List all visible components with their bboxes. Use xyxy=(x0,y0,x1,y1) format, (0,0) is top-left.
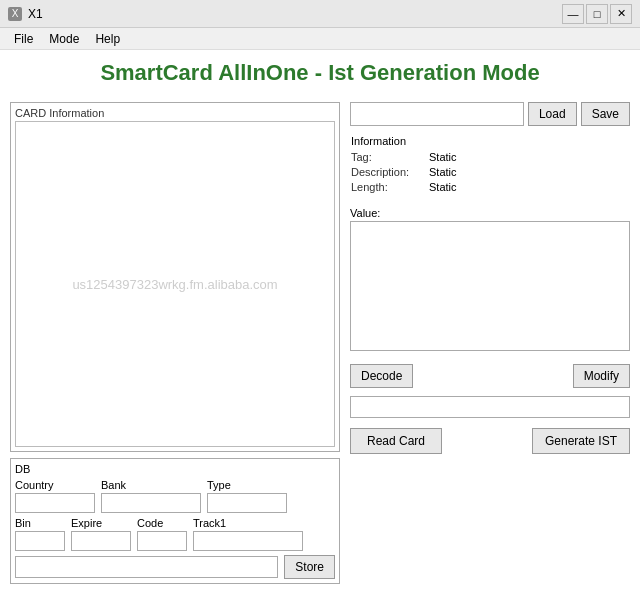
db-code-field: Code xyxy=(137,517,187,551)
maximize-button[interactable]: □ xyxy=(586,4,608,24)
load-button[interactable]: Load xyxy=(528,102,577,126)
bank-input[interactable] xyxy=(101,493,201,513)
length-row: Length: Static xyxy=(351,181,629,193)
generate-ist-button[interactable]: Generate IST xyxy=(532,428,630,454)
db-row-1: Country Bank Type xyxy=(15,479,335,513)
expire-label: Expire xyxy=(71,517,131,529)
close-button[interactable]: ✕ xyxy=(610,4,632,24)
bottom-action-row: Read Card Generate IST xyxy=(350,428,630,454)
type-label: Type xyxy=(207,479,287,491)
load-path-input[interactable] xyxy=(350,102,524,126)
menu-help[interactable]: Help xyxy=(89,30,126,48)
card-info-label: CARD Information xyxy=(15,107,335,119)
left-panel: CARD Information us1254397323wrkg.fm.ali… xyxy=(10,102,340,584)
bin-label: Bin xyxy=(15,517,65,529)
save-button[interactable]: Save xyxy=(581,102,630,126)
menu-mode[interactable]: Mode xyxy=(43,30,85,48)
card-info-group: CARD Information us1254397323wrkg.fm.ali… xyxy=(10,102,340,452)
value-textarea[interactable] xyxy=(350,221,630,351)
db-label: DB xyxy=(15,463,335,475)
information-label: Information xyxy=(351,135,629,147)
window-title: X1 xyxy=(28,7,43,21)
value-label: Value: xyxy=(350,207,630,219)
menu-file[interactable]: File xyxy=(8,30,39,48)
title-bar: X X1 — □ ✕ xyxy=(0,0,640,28)
db-expire-field: Expire xyxy=(71,517,131,551)
bin-input[interactable] xyxy=(15,531,65,551)
code-input[interactable] xyxy=(137,531,187,551)
description-row: Description: Static xyxy=(351,166,629,178)
length-key: Length: xyxy=(351,181,423,193)
decode-input-row xyxy=(350,396,630,418)
modify-button[interactable]: Modify xyxy=(573,364,630,388)
store-row: Store xyxy=(15,555,335,579)
decode-button[interactable]: Decode xyxy=(350,364,413,388)
expire-input[interactable] xyxy=(71,531,131,551)
db-bank-field: Bank xyxy=(101,479,201,513)
right-panel: Load Save Information Tag: Static Descri… xyxy=(350,102,630,584)
information-section: Information Tag: Static Description: Sta… xyxy=(350,134,630,197)
main-content: CARD Information us1254397323wrkg.fm.ali… xyxy=(0,94,640,594)
country-label: Country xyxy=(15,479,95,491)
store-input[interactable] xyxy=(15,556,278,578)
menu-bar: File Mode Help xyxy=(0,28,640,50)
card-display-area: us1254397323wrkg.fm.alibaba.com xyxy=(15,121,335,447)
app-icon: X xyxy=(8,7,22,21)
db-type-field: Type xyxy=(207,479,287,513)
title-bar-left: X X1 xyxy=(8,7,43,21)
value-section: Value: xyxy=(350,207,630,354)
store-button[interactable]: Store xyxy=(284,555,335,579)
db-country-field: Country xyxy=(15,479,95,513)
track1-label: Track1 xyxy=(193,517,303,529)
db-bin-field: Bin xyxy=(15,517,65,551)
decode-input[interactable] xyxy=(350,396,630,418)
country-input[interactable] xyxy=(15,493,95,513)
tag-value: Static xyxy=(429,151,457,163)
type-input[interactable] xyxy=(207,493,287,513)
track1-input[interactable] xyxy=(193,531,303,551)
title-bar-controls: — □ ✕ xyxy=(562,4,632,24)
length-value: Static xyxy=(429,181,457,193)
db-track1-field: Track1 xyxy=(193,517,303,551)
decode-row: Decode Modify xyxy=(350,364,630,388)
app-title: SmartCard AllInOne - Ist Generation Mode xyxy=(0,50,640,94)
minimize-button[interactable]: — xyxy=(562,4,584,24)
tag-row: Tag: Static xyxy=(351,151,629,163)
watermark-text: us1254397323wrkg.fm.alibaba.com xyxy=(72,277,277,292)
code-label: Code xyxy=(137,517,187,529)
db-section: DB Country Bank Type Bin xyxy=(10,458,340,584)
db-row-2: Bin Expire Code Track1 xyxy=(15,517,335,551)
description-key: Description: xyxy=(351,166,423,178)
read-card-button[interactable]: Read Card xyxy=(350,428,442,454)
bank-label: Bank xyxy=(101,479,201,491)
tag-key: Tag: xyxy=(351,151,423,163)
description-value: Static xyxy=(429,166,457,178)
top-row: Load Save xyxy=(350,102,630,126)
